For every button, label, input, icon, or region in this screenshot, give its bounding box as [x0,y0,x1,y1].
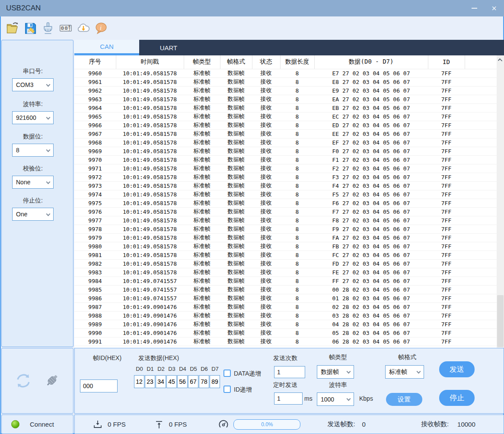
table-row[interactable]: 998010:01:49.0581578标准帧数据帧接收8FB 27 02 03… [74,242,497,251]
table-row[interactable]: 998910:01:49.0901476标准帧数据帧接收804 28 02 03… [74,320,497,328]
table-cell: EE 27 02 03 04 05 06 07 [314,129,428,138]
frame-id-input[interactable] [80,379,118,392]
tabbar: CAN UART [74,40,504,55]
parity-select[interactable]: None [12,176,54,189]
counter-icon: 0 0 8 7 [59,22,72,35]
table-cell: 7FF [428,95,465,103]
table-row[interactable]: 997610:01:49.0581578标准帧数据帧接收8F7 27 02 03… [74,207,497,216]
serial-port-select[interactable]: COM3 [12,78,54,91]
table-row[interactable]: 997410:01:49.0581578标准帧数据帧接收8F5 27 02 03… [74,190,497,199]
send-count-input[interactable] [274,366,305,378]
byte-input-d3[interactable] [166,375,177,388]
table-row[interactable]: 996010:01:49.0581578标准帧数据帧接收8E7 27 02 03… [74,69,497,77]
stop-button[interactable]: 停止 [439,390,475,406]
table-cell: 9984 [74,276,116,285]
scrollbar-thumb[interactable] [497,295,504,347]
clear-button[interactable] [41,21,55,35]
table-row[interactable]: 996310:01:49.0581578标准帧数据帧接收8EA 27 02 03… [74,95,497,103]
table-cell [465,112,497,121]
byte-input-d7[interactable] [210,375,220,388]
byte-input-d1[interactable] [145,375,155,388]
byte-input-d4[interactable] [177,375,188,388]
table-cell: 接收 [252,77,280,86]
table-row[interactable]: 998310:01:49.0581578标准帧数据帧接收8FE 27 02 03… [74,268,497,276]
table-cell: 数据帧 [220,328,252,337]
table-row[interactable]: 997510:01:49.0581578标准帧数据帧接收8F6 27 02 03… [74,199,497,207]
timed-send-input[interactable] [274,392,303,405]
byte-input-d5[interactable] [188,375,198,388]
table-cell: 接收 [252,216,280,225]
stopbits-select[interactable]: One [12,208,54,221]
data-increment-label: DATA递增 [234,370,261,378]
counter-button[interactable]: 0 0 8 7 [58,21,73,35]
table-row[interactable]: 999110:01:49.0901476标准帧数据帧接收806 28 02 03… [74,337,497,346]
id-increment-checkbox[interactable] [223,386,231,393]
save-button[interactable] [23,21,38,35]
table-cell: 8 [280,294,314,302]
set-button[interactable]: 设置 [386,393,422,406]
table-cell: 接收 [252,242,280,251]
header-data: 数据(D0 - D7) [314,55,428,69]
byte-input-d0[interactable] [134,375,144,388]
scroll-up-icon[interactable] [498,58,502,63]
databits-select[interactable]: 8 [12,144,54,157]
table-cell: 标准帧 [184,199,220,207]
table-cell: F2 27 02 03 04 05 06 07 [314,164,428,173]
table-row[interactable]: 996910:01:49.0581578标准帧数据帧接收8F0 27 02 03… [74,147,497,155]
close-button[interactable]: × [484,0,504,16]
frame-type-select[interactable]: 数据帧 [317,365,354,379]
send-button[interactable]: 发送 [439,361,475,377]
table-row[interactable]: 998610:01:49.0741557标准帧数据帧接收801 28 02 03… [74,294,497,302]
table-row[interactable]: 996510:01:49.0581578标准帧数据帧接收8EC 27 02 03… [74,112,497,121]
table-row[interactable]: 996610:01:49.0581578标准帧数据帧接收8ED 27 02 03… [74,121,497,129]
table-scrollbar[interactable] [497,55,504,348]
byte-input-d2[interactable] [156,375,166,388]
table-row[interactable]: 996210:01:49.0581578标准帧数据帧接收8E9 27 02 03… [74,86,497,95]
send-baud-select[interactable]: 1000 [317,392,354,406]
table-row[interactable]: 996810:01:49.0581578标准帧数据帧接收8EF 27 02 03… [74,138,497,147]
table-row[interactable]: 998510:01:49.0741557标准帧数据帧接收800 28 02 03… [74,285,497,294]
byte-input-d6[interactable] [199,375,209,388]
table-row[interactable]: 997310:01:49.0581578标准帧数据帧接收8F4 27 02 03… [74,181,497,190]
connect-label: Connect [30,421,54,428]
baudrate-select[interactable]: 921600 [12,111,54,124]
table-cell: 标准帧 [184,302,220,311]
plug-icon[interactable] [43,371,62,390]
table-cell: 标准帧 [184,285,220,294]
table-row[interactable]: 996110:01:49.0581578标准帧数据帧接收8E8 27 02 03… [74,77,497,86]
table-row[interactable]: 998210:01:49.0581578标准帧数据帧接收8FD 27 02 03… [74,259,497,268]
table-cell [465,155,497,164]
table-row[interactable]: 998110:01:49.0581578标准帧数据帧接收8FC 27 02 03… [74,251,497,259]
table-cell: 8 [280,268,314,276]
table-row[interactable]: 997810:01:49.0581578标准帧数据帧接收8F9 27 02 03… [74,225,497,233]
data-increment-checkbox[interactable] [223,370,231,377]
refresh-icon[interactable] [13,371,33,391]
table-row[interactable]: 997710:01:49.0581578标准帧数据帧接收8F8 27 02 03… [74,216,497,225]
table-row[interactable]: 998710:01:49.0901476标准帧数据帧接收802 28 02 03… [74,302,497,311]
table-row[interactable]: 999010:01:49.0901476标准帧数据帧接收805 28 02 03… [74,328,497,337]
table-cell: 数据帧 [220,181,252,190]
minimize-button[interactable] [464,0,484,16]
table-cell: 数据帧 [220,77,252,86]
table-row[interactable]: 997110:01:49.0581578标准帧数据帧接收8F2 27 02 03… [74,164,497,173]
table-cell: 标准帧 [184,251,220,259]
table-cell: 接收 [252,181,280,190]
table-row[interactable]: 997010:01:49.0581578标准帧数据帧接收8F1 27 02 03… [74,155,497,164]
table-row[interactable]: 998810:01:49.0901476标准帧数据帧接收803 28 02 03… [74,311,497,320]
table-cell [465,233,497,242]
cloud-download-button[interactable] [76,21,91,35]
frame-format-select[interactable]: 标准帧 [385,365,424,379]
table-row[interactable]: 997910:01:49.0581578标准帧数据帧接收8FA 27 02 03… [74,233,497,242]
table-row[interactable]: 997210:01:49.0581578标准帧数据帧接收8F3 27 02 03… [74,173,497,181]
table-cell: 01 28 02 03 04 05 06 07 [314,294,428,302]
table-row[interactable]: 998410:01:49.0741557标准帧数据帧接收8FF 27 02 03… [74,276,497,285]
tab-can[interactable]: CAN [74,40,139,55]
table-cell: 02 28 02 03 04 05 06 07 [314,302,428,311]
open-file-button[interactable] [5,21,20,35]
table-row[interactable]: 996410:01:49.0581578标准帧数据帧接收8EB 27 02 03… [74,103,497,112]
info-button[interactable]: i [94,21,108,35]
table-row[interactable]: 996710:01:49.0581578标准帧数据帧接收8EE 27 02 03… [74,129,497,138]
connect-bar[interactable]: Connect [1,415,73,434]
tab-uart[interactable]: UART [139,40,198,55]
table-cell: 8 [280,302,314,311]
